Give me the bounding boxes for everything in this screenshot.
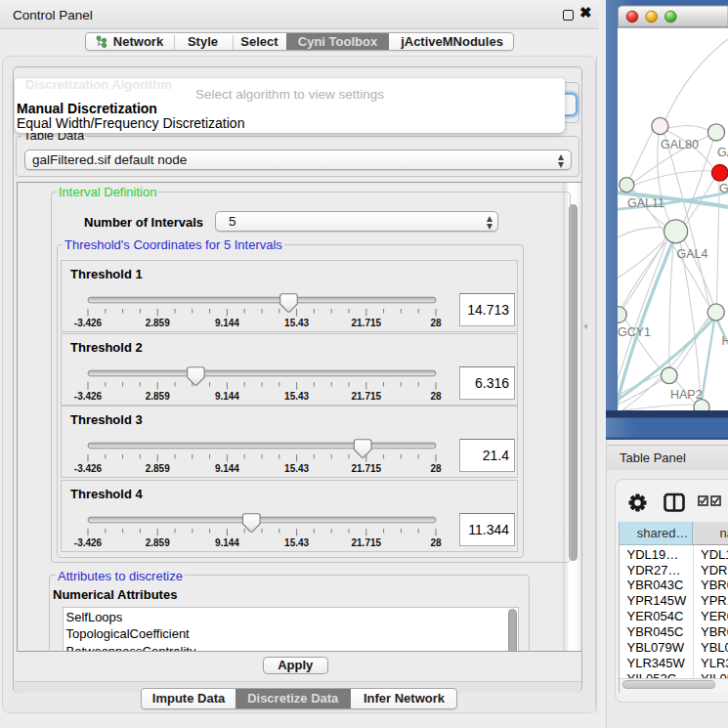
svg-text:GAL11: GAL11 xyxy=(627,196,664,210)
svg-text:GAL80: GAL80 xyxy=(661,138,699,151)
svg-text:HAP2: HAP2 xyxy=(670,388,703,402)
svg-text:G: G xyxy=(719,182,728,195)
svg-text:GCY1: GCY1 xyxy=(618,325,651,339)
svg-text:GAL4: GAL4 xyxy=(677,247,708,261)
svg-text:GAL: GAL xyxy=(717,146,728,159)
svg-text:HA: HA xyxy=(722,334,728,348)
